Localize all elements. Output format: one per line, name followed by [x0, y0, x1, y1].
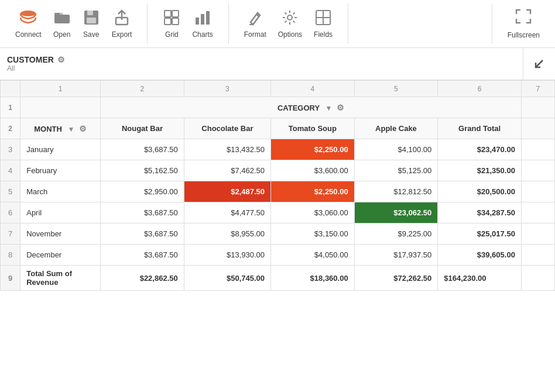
value-cell: $12,812.50	[354, 181, 438, 202]
category-filter-icon[interactable]: ▼	[326, 104, 333, 112]
value-cell: $4,050.00	[271, 245, 355, 266]
fields-icon	[315, 9, 331, 28]
svg-rect-9	[165, 18, 171, 25]
col-num-4: 4	[271, 81, 355, 97]
fullscreen-group: Fullscreen	[492, 4, 555, 44]
empty-cell	[521, 202, 554, 223]
value-cell: $3,687.50	[101, 223, 184, 245]
charts-button[interactable]: Charts	[186, 7, 218, 41]
grand-total-value: $164,230.00	[438, 266, 522, 291]
column-headers-row: 2 MONTH ▼ ⚙ Nougat Bar Chocolate Bar Tom…	[1, 118, 555, 139]
empty-cell	[521, 160, 554, 181]
fields-button[interactable]: Fields	[308, 7, 338, 41]
empty-cell	[521, 245, 554, 266]
total-cell: $23,470.00	[438, 139, 522, 160]
value-cell: $8,955.00	[184, 223, 270, 245]
table-container: 1 2 3 4 5 6 7 1 CATEGORY ▼ ⚙	[0, 80, 555, 392]
empty-cell	[521, 139, 554, 160]
col-num-7: 7	[521, 81, 554, 97]
col-num-1: 1	[20, 81, 101, 97]
customer-name: CUSTOMER ⚙	[7, 55, 516, 64]
open-button[interactable]: Open	[47, 7, 77, 41]
customer-gear-icon[interactable]: ⚙	[57, 55, 65, 64]
value-cell: $3,687.50	[101, 245, 184, 266]
value-cell: $3,600.00	[271, 160, 355, 181]
save-label: Save	[83, 30, 99, 39]
format-label: Format	[244, 30, 266, 39]
total-cell: $20,500.00	[438, 181, 522, 202]
col-num-6: 6	[438, 81, 522, 97]
save-button[interactable]: Save	[77, 7, 106, 41]
col-num-2: 2	[101, 81, 184, 97]
svg-rect-13	[206, 11, 210, 25]
table-row: 5March$2,950.00$2,487.50$2,250.00$12,812…	[1, 181, 555, 202]
table-row: 8December$3,687.50$13,930.00$4,050.00$17…	[1, 245, 555, 266]
month-filter-icon[interactable]: ▼	[68, 125, 75, 133]
customer-collapse-button[interactable]	[523, 48, 555, 80]
export-label: Export	[112, 30, 132, 39]
fullscreen-label: Fullscreen	[508, 31, 540, 39]
value-cell: $13,432.50	[184, 139, 270, 160]
fullscreen-button[interactable]: Fullscreen	[502, 6, 546, 42]
month-cell: April	[20, 202, 101, 223]
value-cell: $2,487.50	[184, 181, 270, 202]
connect-button[interactable]: Connect	[9, 7, 47, 41]
category-empty-1	[20, 97, 101, 118]
month-cell: March	[20, 181, 101, 202]
value-cell: $3,150.00	[271, 223, 355, 245]
value-cell: $2,250.00	[271, 181, 355, 202]
col-header-tomato: Tomato Soup	[271, 118, 355, 139]
options-button[interactable]: Options	[272, 7, 308, 41]
open-label: Open	[53, 30, 70, 39]
month-cell: November	[20, 223, 101, 245]
value-cell: $7,462.50	[184, 160, 270, 181]
empty-cell	[521, 223, 554, 245]
connect-label: Connect	[15, 30, 42, 39]
table-row: 4February$5,162.50$7,462.50$3,600.00$5,1…	[1, 160, 555, 181]
total-label: Total Sum of Revenue	[20, 266, 101, 291]
connect-icon	[19, 9, 37, 28]
total-value-cell: $22,862.50	[101, 266, 184, 291]
svg-rect-11	[196, 18, 199, 25]
toolbar-group-view: Grid Charts	[148, 4, 228, 44]
row-num-2: 2	[1, 118, 20, 139]
month-cell: February	[20, 160, 101, 181]
fullscreen-icon	[515, 8, 532, 29]
total-value-cell: $72,262.50	[354, 266, 438, 291]
row-num-6: 6	[1, 202, 20, 223]
svg-rect-12	[201, 14, 204, 25]
col-header-apple: Apple Cake	[354, 118, 438, 139]
value-cell: $9,225.00	[354, 223, 438, 245]
customer-sub: All	[7, 64, 516, 73]
row-num-4: 4	[1, 160, 20, 181]
col-header-nougat: Nougat Bar	[101, 118, 184, 139]
value-cell: $23,062.50	[354, 202, 438, 223]
svg-point-15	[287, 15, 292, 20]
category-gear-icon[interactable]: ⚙	[337, 103, 344, 112]
total-cell: $39,605.00	[438, 245, 522, 266]
charts-label: Charts	[192, 30, 213, 39]
charts-icon	[194, 9, 211, 28]
grand-total-row: 9Total Sum of Revenue$22,862.50$50,745.0…	[1, 266, 555, 291]
svg-rect-7	[165, 11, 171, 17]
category-empty-2	[521, 97, 554, 118]
col-header-grand: Grand Total	[438, 118, 522, 139]
total-cell: $21,350.00	[438, 160, 522, 181]
col-num-5: 5	[354, 81, 438, 97]
table-row: 6April$3,687.50$4,477.50$3,060.00$23,062…	[1, 202, 555, 223]
col-num-0	[1, 81, 20, 97]
pivot-table: 1 2 3 4 5 6 7 1 CATEGORY ▼ ⚙	[0, 80, 555, 291]
grid-button[interactable]: Grid	[157, 7, 186, 41]
column-number-row: 1 2 3 4 5 6 7	[1, 81, 555, 97]
row-num-5: 5	[1, 181, 20, 202]
month-cell: December	[20, 245, 101, 266]
export-button[interactable]: Export	[106, 7, 138, 41]
empty-cell	[521, 181, 554, 202]
row-num-7: 7	[1, 223, 20, 245]
row-num-1: 1	[1, 97, 20, 118]
month-gear-icon[interactable]: ⚙	[79, 124, 87, 133]
format-button[interactable]: Format	[238, 7, 272, 41]
value-cell: $2,950.00	[101, 181, 184, 202]
value-cell: $5,125.00	[354, 160, 438, 181]
svg-point-0	[20, 11, 36, 16]
